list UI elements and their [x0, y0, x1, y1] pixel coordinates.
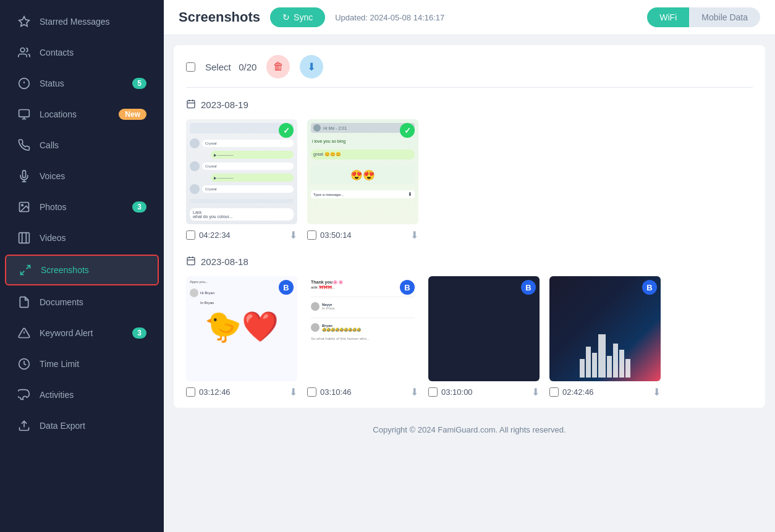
voices-icon	[17, 169, 31, 183]
sidebar: Starred Messages Contacts Status 5 Locat…	[0, 0, 164, 532]
screenshot-checkbox[interactable]	[307, 230, 316, 240]
screenshot-thumbnail[interactable]: B Apps you... Hi Bryan In Bryan 🐤❤️	[186, 276, 297, 381]
svg-rect-25	[187, 258, 195, 265]
city-skyline	[580, 334, 630, 378]
sidebar-item-label: Starred Messages	[40, 17, 146, 27]
screenshot-time: 04:22:34	[199, 230, 286, 240]
download-icon[interactable]: ⬇	[410, 229, 418, 241]
screenshot-thumbnail[interactable]: B	[549, 276, 661, 381]
page-title: Screenshots	[179, 9, 260, 25]
download-icon[interactable]: ⬇	[653, 386, 661, 398]
download-all-button[interactable]: ⬇	[300, 55, 323, 78]
sidebar-item-voices[interactable]: Voices	[5, 162, 159, 190]
keyword-badge: 3	[132, 327, 146, 339]
sidebar-item-label: Screenshots	[41, 265, 145, 275]
screenshot-thumbnail[interactable]: B	[428, 276, 540, 381]
screenshot-checkbox[interactable]	[428, 387, 438, 397]
screenshot-checkbox[interactable]	[186, 387, 195, 397]
screenshot-time: 03:50:14	[320, 230, 407, 240]
sidebar-item-screenshots[interactable]: Screenshots	[5, 255, 159, 285]
sidebar-item-status[interactable]: Status 5	[5, 69, 159, 98]
screenshot-thumbnail[interactable]: ✓ Crystal ▶ ──────	[186, 119, 297, 224]
sidebar-item-activities[interactable]: Activities	[5, 381, 159, 409]
screenshot-item: B	[549, 276, 661, 398]
screenshot-thumbnail[interactable]: B Thank you🌸🌸adik 🎀🎀🎀... NayyrIn Price	[307, 276, 418, 381]
app-badge: B	[279, 280, 294, 295]
locations-new-badge: New	[119, 109, 146, 120]
select-all-checkbox[interactable]	[186, 62, 195, 72]
calls-icon	[17, 138, 31, 152]
sidebar-item-photos[interactable]: Photos 3	[5, 193, 159, 221]
date-label: 2023-08-18	[186, 256, 753, 268]
sidebar-item-videos[interactable]: Videos	[5, 224, 159, 252]
locations-icon	[17, 108, 31, 121]
download-icon[interactable]: ⬇	[410, 386, 418, 398]
screenshot-footer: 02:42:46 ⬇	[549, 386, 661, 398]
sidebar-item-documents[interactable]: Documents	[5, 288, 159, 316]
sidebar-item-calls[interactable]: Calls	[5, 131, 159, 159]
whatsapp-badge: ✓	[400, 123, 415, 138]
svg-marker-0	[19, 17, 30, 27]
sidebar-item-label: Data Export	[40, 421, 146, 431]
download-icon: ⬇	[307, 61, 316, 74]
trash-icon: 🗑	[273, 61, 284, 73]
app-badge: B	[521, 280, 536, 295]
screenshot-footer: 03:10:00 ⬇	[428, 386, 540, 398]
download-icon[interactable]: ⬇	[289, 229, 297, 241]
date-label: 2023-08-19	[186, 99, 753, 111]
download-icon[interactable]: ⬇	[531, 386, 540, 398]
copyright-text: Copyright © 2024 FamiGuard.com. All righ…	[373, 425, 565, 434]
photos-badge: 3	[132, 201, 146, 213]
videos-icon	[17, 231, 31, 245]
header: Screenshots ↻ Sync Updated: 2024-05-08 1…	[164, 0, 775, 35]
screenshot-thumbnail[interactable]: ✓ Hi Me - 2:01 i love you so bing great …	[307, 119, 418, 224]
star-icon	[17, 15, 31, 28]
sidebar-item-time-limit[interactable]: Time Limit	[5, 350, 159, 378]
screenshot-checkbox[interactable]	[549, 387, 559, 397]
screenshot-grid-2: B Apps you... Hi Bryan In Bryan 🐤❤️	[186, 276, 753, 398]
screenshot-footer: 03:10:46 ⬇	[307, 386, 418, 398]
sync-button[interactable]: ↻ Sync	[270, 7, 325, 27]
screenshot-time: 03:12:46	[199, 387, 286, 397]
wifi-button[interactable]: WiFi	[647, 7, 689, 27]
screenshot-item: B Thank you🌸🌸adik 🎀🎀🎀... NayyrIn Price	[307, 276, 418, 398]
sidebar-item-label: Contacts	[40, 48, 146, 57]
svg-point-11	[22, 205, 23, 206]
screenshot-checkbox[interactable]	[186, 230, 195, 240]
sidebar-item-label: Keyword Alert	[40, 328, 124, 338]
main-content: Screenshots ↻ Sync Updated: 2024-05-08 1…	[164, 0, 775, 532]
mobile-data-button[interactable]: Mobile Data	[689, 7, 760, 27]
export-icon	[17, 419, 31, 433]
screenshot-item: B 03:10:00 ⬇	[428, 276, 540, 398]
screenshot-grid-1: ✓ Crystal ▶ ──────	[186, 119, 753, 241]
sidebar-item-data-export[interactable]: Data Export	[5, 412, 159, 440]
keyword-icon	[17, 326, 31, 340]
calendar-icon	[186, 256, 196, 268]
updated-text: Updated: 2024-05-08 14:16:17	[335, 13, 637, 22]
date-group-2023-08-19: 2023-08-19 ✓ Crystal	[186, 99, 753, 241]
sidebar-item-label: Time Limit	[40, 359, 146, 369]
sidebar-item-contacts[interactable]: Contacts	[5, 38, 159, 67]
sidebar-item-locations[interactable]: Locations New	[5, 100, 159, 129]
sync-icon: ↻	[282, 12, 290, 22]
sidebar-item-keyword-alert[interactable]: Keyword Alert 3	[5, 319, 159, 347]
time-icon	[17, 357, 31, 371]
delete-button[interactable]: 🗑	[266, 55, 290, 78]
select-toolbar: Select 0/20 🗑 ⬇	[186, 55, 753, 88]
screenshot-footer: 03:50:14 ⬇	[307, 229, 418, 241]
sidebar-item-label: Activities	[40, 390, 146, 400]
screenshot-item: B Apps you... Hi Bryan In Bryan 🐤❤️	[186, 276, 297, 398]
screenshot-time: 02:42:46	[562, 387, 649, 397]
download-icon[interactable]: ⬇	[289, 386, 297, 398]
screenshot-footer: 03:12:46 ⬇	[186, 386, 297, 398]
app-badge: B	[400, 280, 415, 295]
sidebar-item-starred-messages[interactable]: Starred Messages	[5, 7, 159, 36]
svg-line-16	[21, 271, 25, 275]
svg-rect-12	[19, 233, 30, 243]
screenshot-checkbox[interactable]	[307, 387, 316, 397]
svg-rect-5	[19, 110, 30, 117]
svg-line-15	[27, 266, 30, 269]
sidebar-item-label: Status	[40, 78, 124, 88]
activities-icon	[17, 388, 31, 402]
screenshot-item: ✓ Hi Me - 2:01 i love you so bing great …	[307, 119, 418, 241]
